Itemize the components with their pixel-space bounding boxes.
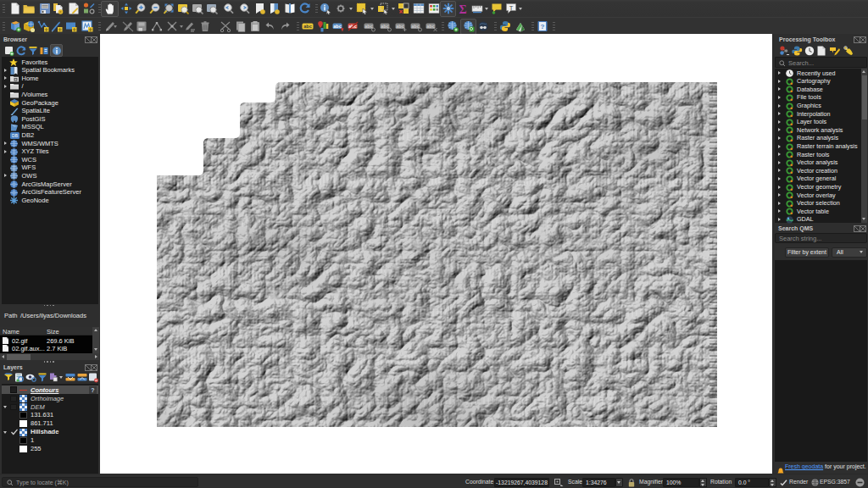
svg-text:DB: DB xyxy=(12,133,19,138)
svg-text:abc: abc xyxy=(364,24,372,29)
svg-text:Σ: Σ xyxy=(459,3,466,15)
svg-text:abc: abc xyxy=(381,24,388,29)
svg-text:T: T xyxy=(509,4,514,12)
svg-text:?: ? xyxy=(541,23,545,30)
svg-text:abc: abc xyxy=(303,24,311,29)
svg-text:abc: abc xyxy=(411,24,419,29)
svg-text:abc: abc xyxy=(426,24,434,29)
svg-text:abc: abc xyxy=(396,24,403,29)
svg-text:abc: abc xyxy=(333,24,341,29)
